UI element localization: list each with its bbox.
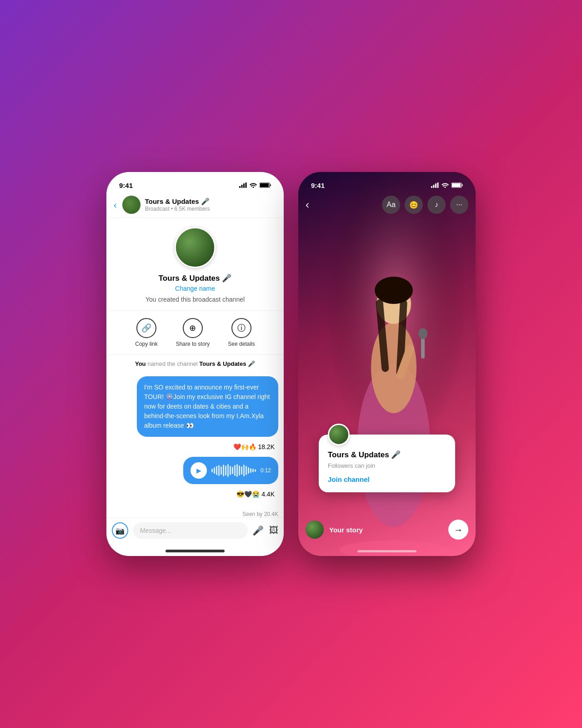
- chat-header: ‹ Tours & Updates 🎤 Broadcast • 6.5K mem…: [106, 192, 284, 218]
- svg-rect-17: [431, 186, 432, 188]
- send-icon: →: [454, 525, 463, 535]
- message-input[interactable]: Message...: [133, 522, 248, 539]
- see-details-button[interactable]: ⓘ See details: [228, 318, 255, 347]
- share-story-label: Share to story: [176, 341, 210, 347]
- more-options-button[interactable]: ···: [450, 196, 468, 214]
- svg-point-8: [371, 322, 416, 413]
- music-tool-button[interactable]: ♪: [427, 196, 446, 214]
- channel-card-name: Tours & Updates 🎤: [328, 450, 446, 460]
- svg-rect-22: [452, 183, 461, 187]
- battery-icon: [260, 182, 271, 188]
- singer-image: [298, 172, 476, 556]
- voice-duration: 0:12: [261, 467, 271, 474]
- messages-area: I'm SO excited to announce my first-ever…: [106, 373, 284, 511]
- message-bubble-1: I'm SO excited to announce my first-ever…: [137, 376, 278, 437]
- microphone-icon[interactable]: 🎤: [252, 525, 264, 536]
- message-reactions-1[interactable]: ❤️🙌🔥 18.2K: [230, 441, 278, 452]
- channel-profile: Tours & Updates 🎤 Change name You create…: [106, 218, 284, 311]
- see-details-label: See details: [228, 341, 255, 347]
- camera-button[interactable]: 📷: [112, 522, 128, 539]
- profile-description: You created this broadcast channel: [146, 296, 245, 303]
- signal-icon: [239, 182, 247, 188]
- right-phone: 9:41 ‹: [298, 172, 476, 556]
- more-options-icon: ···: [456, 201, 462, 209]
- story-tools: Aa 😊 ♪ ···: [382, 196, 468, 214]
- channel-card-subtitle: Followers can join: [328, 462, 446, 469]
- reactions-text-2: 😎🖤😭 4.4K: [236, 490, 275, 498]
- header-channel-name: Tours & Updates 🎤: [145, 197, 276, 206]
- svg-rect-20: [437, 182, 439, 188]
- header-avatar: [122, 196, 140, 214]
- status-bar-left: 9:41: [106, 172, 284, 192]
- back-button[interactable]: ‹: [114, 200, 117, 210]
- change-name-button[interactable]: Change name: [175, 285, 215, 292]
- text-tool-button[interactable]: Aa: [382, 196, 400, 214]
- seen-by: Seen by 20.4K: [106, 511, 284, 517]
- svg-rect-0: [239, 186, 241, 188]
- see-details-icon: ⓘ: [231, 318, 251, 338]
- story-back-button[interactable]: ‹: [306, 198, 309, 211]
- reactions-text-1: ❤️🙌🔥 18.2K: [233, 443, 275, 450]
- svg-rect-14: [421, 336, 425, 359]
- input-bar: 📷 Message... 🎤 🖼: [106, 517, 284, 550]
- svg-rect-19: [435, 183, 436, 188]
- emoji-tool-icon: 😊: [409, 201, 418, 209]
- copy-link-label: Copy link: [135, 341, 157, 347]
- music-tool-icon: ♪: [435, 201, 438, 209]
- profile-name: Tours & Updates 🎤: [159, 273, 231, 283]
- status-icons-left: [239, 182, 271, 188]
- action-buttons: 🔗 Copy link ⊕ Share to story ⓘ See detai…: [106, 311, 284, 355]
- channel-card-avatar: [328, 424, 350, 445]
- svg-rect-1: [241, 185, 243, 188]
- signal-icon-right: [431, 182, 439, 188]
- singer-svg: [298, 172, 476, 556]
- send-story-button[interactable]: →: [448, 520, 468, 540]
- svg-rect-18: [433, 185, 435, 188]
- header-subtitle: Broadcast • 6.5K members: [145, 206, 276, 212]
- svg-point-15: [418, 328, 427, 339]
- svg-rect-2: [243, 183, 245, 188]
- copy-link-button[interactable]: 🔗 Copy link: [135, 318, 157, 347]
- wifi-icon: [250, 182, 257, 188]
- header-info: Tours & Updates 🎤 Broadcast • 6.5K membe…: [145, 197, 276, 212]
- left-phone: 9:41 ‹: [106, 172, 284, 556]
- wifi-icon-right: [442, 182, 449, 188]
- channel-card: Tours & Updates 🎤 Followers can join Joi…: [319, 435, 455, 492]
- svg-rect-5: [260, 183, 269, 187]
- emoji-tool-button[interactable]: 😊: [405, 196, 423, 214]
- share-to-story-button[interactable]: ⊕ Share to story: [176, 318, 210, 347]
- your-story-avatar: [306, 521, 324, 539]
- play-icon: ▶: [196, 467, 201, 474]
- channel-card-avatar-wrap: [328, 424, 350, 445]
- message-placeholder: Message...: [140, 527, 171, 534]
- profile-avatar: [175, 227, 216, 268]
- voice-message-bubble: ▶: [183, 457, 278, 484]
- status-time-right: 9:41: [311, 182, 325, 189]
- status-icons-right: [431, 182, 463, 188]
- waveform: [211, 464, 256, 477]
- battery-icon-right: [452, 182, 463, 188]
- story-top-bar: ‹ Aa 😊 ♪ ···: [298, 192, 476, 217]
- status-time-left: 9:41: [119, 182, 133, 189]
- image-icon[interactable]: 🖼: [269, 525, 278, 536]
- phones-container: 9:41 ‹: [106, 172, 476, 556]
- home-indicator-left: [166, 550, 225, 552]
- text-tool-label: Aa: [386, 201, 396, 209]
- copy-link-icon: 🔗: [136, 318, 156, 338]
- system-message: You named the channel Tours & Updates 🎤: [106, 355, 284, 373]
- message-reactions-2[interactable]: 😎🖤😭 4.4K: [233, 489, 278, 500]
- message-text-1: I'm SO excited to announce my first-ever…: [144, 384, 270, 429]
- input-actions: 🎤 🖼: [252, 525, 278, 536]
- your-story-label: Your story: [329, 526, 443, 534]
- home-indicator-right: [357, 550, 416, 552]
- status-bar-right: 9:41: [298, 172, 476, 192]
- join-channel-button[interactable]: Join channel: [328, 475, 446, 483]
- svg-rect-3: [246, 182, 247, 188]
- story-bottom: Your story →: [298, 512, 476, 556]
- share-story-icon: ⊕: [183, 318, 203, 338]
- play-button[interactable]: ▶: [191, 462, 207, 479]
